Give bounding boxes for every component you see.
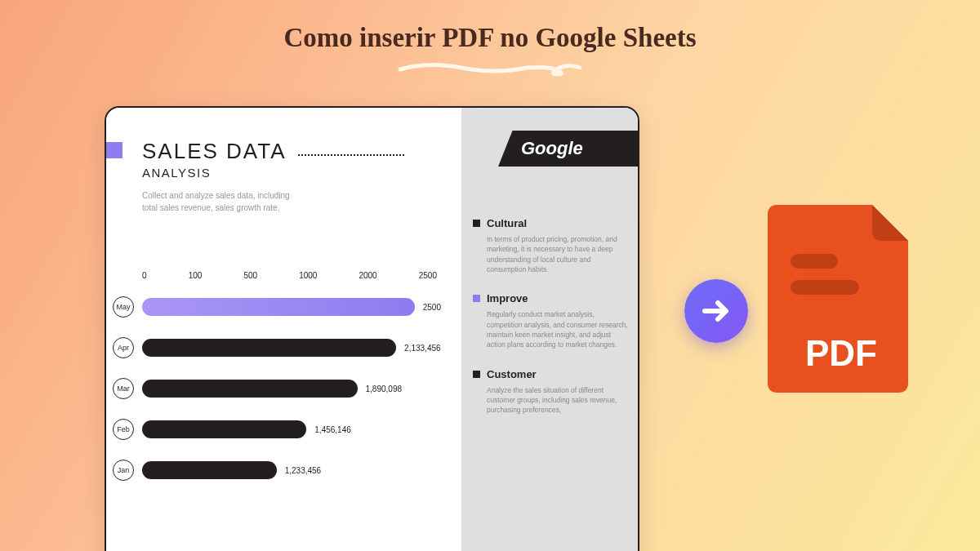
svg-rect-0 <box>791 254 838 269</box>
axis-tick: 500 <box>243 271 257 280</box>
bar-track: 1,456,146 <box>142 420 441 438</box>
side-item: ImproveRegularly conduct market analysis… <box>473 292 630 349</box>
arrow-right-icon <box>684 279 748 343</box>
side-item-title: Improve <box>487 292 528 304</box>
axis-tick: 2000 <box>359 271 376 280</box>
bar-track: 1,890,098 <box>142 380 441 398</box>
panel-right: Google CulturalIn terms of product prici… <box>461 108 639 551</box>
side-item-title: Cultural <box>487 217 527 229</box>
bar-fill <box>142 380 358 398</box>
bar-track: 2,133,456 <box>142 339 441 357</box>
report-description: Collect and analyze sales data, includin… <box>142 189 297 214</box>
bar-value: 2500 <box>423 303 441 312</box>
bullet-icon <box>473 220 480 227</box>
side-item-body: Analyze the sales situation of different… <box>487 385 630 415</box>
report-title: SALES DATA <box>142 139 287 164</box>
page-title: Como inserir PDF no Google Sheets <box>0 0 980 53</box>
panel-left: SALES DATA ANALYSIS Collect and analyze … <box>106 108 461 551</box>
axis-tick: 0 <box>142 271 147 280</box>
axis-tick: 1000 <box>299 271 317 280</box>
title-dots <box>298 154 404 156</box>
bar-track: 1,233,456 <box>142 461 441 479</box>
title-block: SALES DATA ANALYSIS Collect and analyze … <box>142 139 452 214</box>
bar-row: Apr2,133,456 <box>106 336 441 359</box>
bar-fill <box>142 339 396 357</box>
bar-chart: May2500Apr2,133,456Mar1,890,098Feb1,456,… <box>106 295 441 500</box>
bar-value: 1,890,098 <box>366 384 403 393</box>
bar-fill <box>142 298 415 316</box>
bar-fill <box>142 420 306 438</box>
side-item: CustomerAnalyze the sales situation of d… <box>473 368 630 415</box>
side-item: CulturalIn terms of product pricing, pro… <box>473 217 630 274</box>
bar-row: Jan1,233,456 <box>106 459 441 482</box>
bar-value: 1,233,456 <box>285 466 322 475</box>
axis-tick: 100 <box>189 271 203 280</box>
bar-label: Jan <box>113 460 134 481</box>
axis-tick: 2500 <box>419 271 437 280</box>
side-item-body: In terms of product pricing, promotion, … <box>487 234 630 274</box>
bullet-icon <box>473 295 480 302</box>
bar-value: 1,456,146 <box>314 425 351 434</box>
chart-axis: 0 100 500 1000 2000 2500 <box>142 271 437 280</box>
side-item-head: Customer <box>473 368 630 380</box>
side-item-head: Cultural <box>473 217 630 229</box>
side-item-body: Regularly conduct market analysis, compe… <box>487 309 630 349</box>
title-underline <box>396 60 584 79</box>
pdf-file-icon: PDF <box>761 198 921 399</box>
accent-square <box>106 142 122 158</box>
svg-rect-1 <box>791 280 859 295</box>
bar-label: May <box>113 296 134 318</box>
svg-text:PDF: PDF <box>805 333 877 373</box>
bullet-icon <box>473 371 480 378</box>
side-item-head: Improve <box>473 292 630 304</box>
bar-row: Feb1,456,146 <box>106 418 441 441</box>
side-list: CulturalIn terms of product pricing, pro… <box>473 217 630 433</box>
bar-row: May2500 <box>106 295 441 318</box>
bar-label: Mar <box>113 378 134 399</box>
report-panel: SALES DATA ANALYSIS Collect and analyze … <box>105 106 639 551</box>
bar-row: Mar1,890,098 <box>106 377 441 400</box>
bar-value: 2,133,456 <box>404 344 441 353</box>
bar-label: Apr <box>113 337 134 358</box>
bar-fill <box>142 461 277 479</box>
side-item-title: Customer <box>487 368 537 380</box>
bar-label: Feb <box>113 419 134 440</box>
report-subtitle: ANALYSIS <box>142 166 452 180</box>
google-tab: Google <box>498 131 639 167</box>
bar-track: 2500 <box>142 298 441 316</box>
